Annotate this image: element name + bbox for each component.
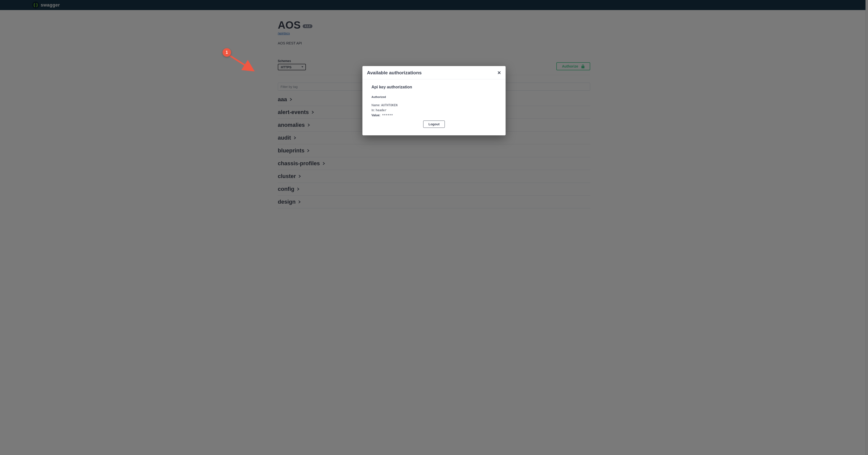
modal-title: Available authorizations: [367, 70, 422, 75]
auth-name-row: Name: AUTHTOKEN: [371, 103, 497, 107]
auth-status: Authorized: [371, 95, 497, 98]
close-icon[interactable]: ✕: [497, 71, 501, 75]
logout-button[interactable]: Logout: [423, 121, 445, 128]
auth-heading: Api key authorization: [371, 85, 497, 89]
auth-in-row: In: header: [371, 108, 497, 112]
auth-value-row: Value: ******: [371, 113, 497, 117]
authorizations-modal: Available authorizations ✕ Api key autho…: [363, 66, 505, 135]
